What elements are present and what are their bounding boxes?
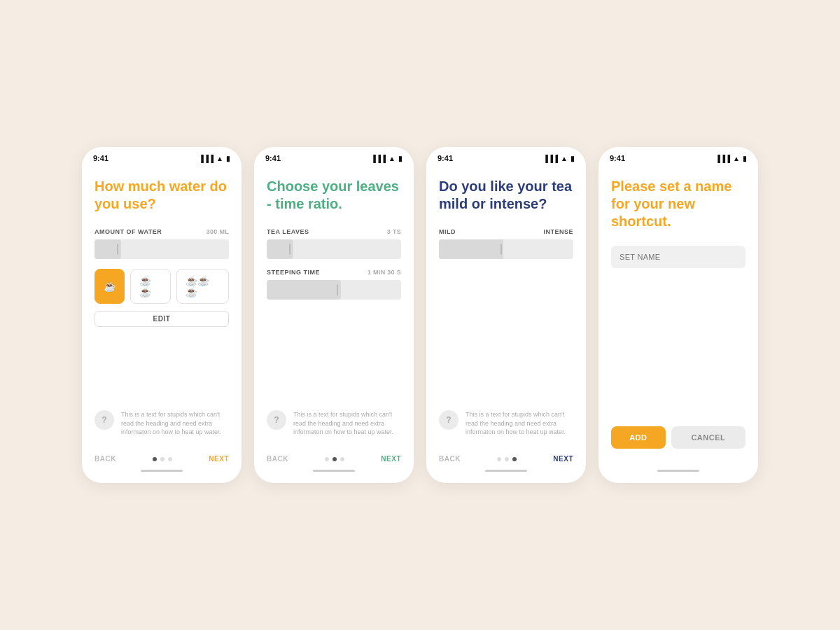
dot-1-2 bbox=[160, 457, 164, 461]
home-indicator-3 bbox=[485, 470, 527, 472]
cup-small-icon: ☕ bbox=[104, 281, 115, 292]
tea-leaves-thumb bbox=[267, 239, 293, 259]
wifi-icon-1: ▲ bbox=[216, 155, 223, 162]
next-button-3[interactable]: NEXT bbox=[553, 455, 573, 463]
water-slider-thumb bbox=[94, 239, 121, 259]
screen-2: 9:41 ▐▐▐ ▲ ▮ Choose your leaves - time r… bbox=[254, 147, 414, 483]
dot-2-3 bbox=[340, 457, 344, 461]
mild-intense-slider[interactable] bbox=[439, 239, 573, 259]
info-box-2: ? This is a text for stupids which can't… bbox=[267, 405, 401, 437]
home-indicator-1 bbox=[141, 470, 183, 472]
nav-dots-3 bbox=[497, 457, 517, 461]
edit-button[interactable]: EDIT bbox=[94, 311, 229, 327]
water-thumb-marker bbox=[117, 244, 118, 255]
water-slider[interactable] bbox=[94, 239, 229, 259]
cancel-button[interactable]: CANCEL bbox=[671, 426, 746, 449]
status-icons-1: ▐▐▐ ▲ ▮ bbox=[199, 155, 230, 162]
info-box-3: ? This is a text for stupids which can't… bbox=[439, 405, 573, 437]
water-value: 300 ML bbox=[206, 228, 229, 235]
info-text-3: This is a text for stupids which can't r… bbox=[465, 410, 573, 437]
steeping-value: 1 MIN 30 S bbox=[368, 269, 401, 276]
status-bar-4: 9:41 ▐▐▐ ▲ ▮ bbox=[598, 147, 758, 167]
dot-1-1 bbox=[153, 457, 157, 461]
cup-large[interactable]: ☕☕☕ bbox=[176, 269, 229, 304]
bottom-nav-2: BACK NEXT bbox=[254, 448, 414, 463]
info-text-2: This is a text for stupids which can't r… bbox=[293, 410, 401, 437]
time-2: 9:41 bbox=[265, 154, 281, 162]
bottom-nav-3: BACK NEXT bbox=[426, 448, 586, 463]
wifi-icon-4: ▲ bbox=[733, 155, 740, 162]
screens-container: 9:41 ▐▐▐ ▲ ▮ How much water do you use? … bbox=[82, 147, 758, 483]
status-bar-2: 9:41 ▐▐▐ ▲ ▮ bbox=[254, 147, 414, 167]
home-indicator-2 bbox=[313, 470, 355, 472]
bottom-nav-1: BACK NEXT bbox=[82, 448, 241, 463]
tea-leaves-slider[interactable] bbox=[267, 239, 401, 259]
cup-medium-icon: ☕☕ bbox=[139, 275, 162, 298]
tea-leaves-marker bbox=[289, 244, 290, 255]
nav-dots-2 bbox=[325, 457, 344, 461]
signal-icon-1: ▐▐▐ bbox=[199, 155, 214, 162]
cup-sizes: ☕ ☕☕ ☕☕☕ bbox=[94, 269, 229, 304]
intense-label: INTENSE bbox=[543, 228, 573, 235]
mild-thumb bbox=[500, 244, 502, 255]
next-button-2[interactable]: NEXT bbox=[381, 455, 401, 463]
status-icons-3: ▐▐▐ ▲ ▮ bbox=[543, 155, 575, 162]
wifi-icon-3: ▲ bbox=[561, 155, 568, 162]
info-box-1: ? This is a text for stupids which can't… bbox=[94, 405, 229, 437]
time-3: 9:41 bbox=[438, 154, 453, 162]
status-bar-1: 9:41 ▐▐▐ ▲ ▮ bbox=[82, 147, 241, 167]
battery-icon-2: ▮ bbox=[398, 155, 402, 162]
back-button-3[interactable]: BACK bbox=[439, 455, 461, 463]
time-4: 9:41 bbox=[610, 154, 625, 162]
status-icons-4: ▐▐▐ ▲ ▮ bbox=[715, 155, 747, 162]
status-bar-3: 9:41 ▐▐▐ ▲ ▮ bbox=[426, 147, 586, 167]
signal-icon-4: ▐▐▐ bbox=[715, 155, 730, 162]
steeping-label: STEEPING TIME bbox=[267, 269, 320, 276]
add-button[interactable]: ADD bbox=[611, 426, 666, 449]
battery-icon-1: ▮ bbox=[226, 155, 230, 162]
water-label-row: AMOUNT OF WATER 300 ML bbox=[94, 228, 229, 235]
back-button-1[interactable]: BACK bbox=[94, 455, 116, 463]
mild-fill bbox=[439, 239, 503, 259]
screen-2-content: Choose your leaves - time ratio. TEA LEA… bbox=[254, 167, 414, 448]
back-button-2[interactable]: BACK bbox=[267, 455, 288, 463]
screen-1-title: How much water do you use? bbox=[94, 178, 229, 213]
dot-1-3 bbox=[168, 457, 172, 461]
dot-2-2 bbox=[332, 457, 337, 461]
dot-3-2 bbox=[505, 457, 509, 461]
info-icon-1: ? bbox=[94, 410, 114, 430]
mild-label: MILD bbox=[439, 228, 456, 235]
set-name-input[interactable] bbox=[611, 246, 746, 268]
screen-3: 9:41 ▐▐▐ ▲ ▮ Do you like your tea mild o… bbox=[426, 147, 586, 483]
tea-leaves-label-row: TEA LEAVES 3 TS bbox=[267, 228, 401, 235]
battery-icon-4: ▮ bbox=[743, 155, 747, 162]
screen-1: 9:41 ▐▐▐ ▲ ▮ How much water do you use? … bbox=[82, 147, 241, 483]
screen-4-content: Please set a name for your new shortcut.… bbox=[598, 167, 758, 463]
nav-dots-1 bbox=[153, 457, 172, 461]
info-icon-2: ? bbox=[267, 410, 286, 430]
tea-leaves-label: TEA LEAVES bbox=[267, 228, 309, 235]
cup-large-icon: ☕☕☕ bbox=[186, 275, 220, 298]
wifi-icon-2: ▲ bbox=[388, 155, 396, 162]
signal-icon-3: ▐▐▐ bbox=[543, 155, 558, 162]
dot-3-3 bbox=[512, 457, 517, 461]
battery-icon-3: ▮ bbox=[570, 155, 575, 162]
water-label: AMOUNT OF WATER bbox=[94, 228, 162, 235]
screen-1-content: How much water do you use? AMOUNT OF WAT… bbox=[82, 167, 241, 448]
screen-2-title: Choose your leaves - time ratio. bbox=[267, 178, 401, 213]
dot-2-1 bbox=[325, 457, 329, 461]
screen-4-title: Please set a name for your new shortcut. bbox=[611, 178, 746, 230]
steeping-marker bbox=[337, 284, 338, 295]
steeping-slider[interactable] bbox=[267, 280, 401, 300]
steeping-label-row: STEEPING TIME 1 MIN 30 S bbox=[267, 269, 401, 276]
signal-icon-2: ▐▐▐ bbox=[371, 155, 386, 162]
next-button-1[interactable]: NEXT bbox=[209, 455, 229, 463]
cup-medium[interactable]: ☕☕ bbox=[130, 269, 171, 304]
cup-small[interactable]: ☕ bbox=[94, 269, 125, 304]
time-1: 9:41 bbox=[93, 154, 108, 162]
screen-4: 9:41 ▐▐▐ ▲ ▮ Please set a name for your … bbox=[598, 147, 758, 483]
screen-3-title: Do you like your tea mild or intense? bbox=[439, 178, 573, 213]
status-icons-2: ▐▐▐ ▲ ▮ bbox=[371, 155, 402, 162]
mild-intense-label-row: MILD INTENSE bbox=[439, 228, 573, 235]
dot-3-1 bbox=[497, 457, 501, 461]
